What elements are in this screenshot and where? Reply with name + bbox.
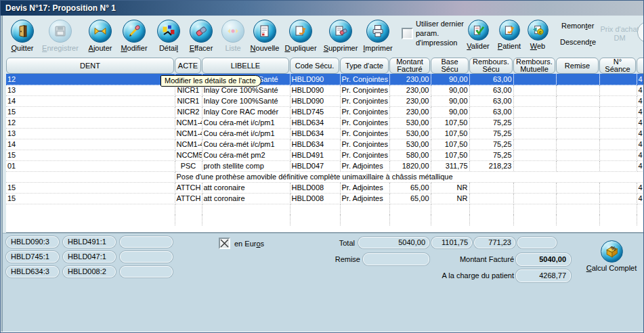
acte-row[interactable]: 15ATTCHatt coronaireHBLD008Pr. Adjointes… xyxy=(6,182,644,193)
list-icon xyxy=(221,20,244,43)
imprimer-button[interactable]: Imprimer xyxy=(358,20,398,52)
rembours-mutuelle-cell xyxy=(513,182,556,193)
rembours-secu-cell: 75,25 xyxy=(469,150,513,160)
x-mark-icon xyxy=(219,238,230,249)
type-acte-cell: Pr. Conjointes xyxy=(340,106,389,117)
a-cell: 4 xyxy=(637,182,644,193)
quitter-button[interactable]: Quitter xyxy=(2,20,43,52)
column-header-rembours-secu[interactable]: Rembours. Sécu xyxy=(469,58,513,74)
montant-facture-cell: 65,00 xyxy=(389,193,431,204)
a-cell: 4 xyxy=(637,193,644,204)
num-seance-cell xyxy=(599,74,637,85)
column-header-remise[interactable]: Remise xyxy=(556,58,599,74)
column-header-code-secu[interactable]: Code Sécu. xyxy=(290,58,339,74)
type-acte-cell: Pr. Conjointes xyxy=(340,128,389,139)
type-acte-cell: Pr. Conjointes xyxy=(340,150,389,160)
acte-cell: NCM1-4 xyxy=(175,139,202,150)
libelle-cell: proth stellite comp xyxy=(202,160,290,171)
acte-cell: NICR1 xyxy=(175,95,202,106)
acte-row[interactable]: 13NCM1-4Cou céra-mét i/c/pm1HBLD634Pr. C… xyxy=(6,128,644,139)
num-seance-cell xyxy=(599,106,637,117)
prix-achat-dm-label: Prix d'achat DM xyxy=(597,25,643,43)
code-secu-cell: HBLD008 xyxy=(290,182,340,193)
rembours-mutuelle-cell xyxy=(513,160,556,171)
dent-cell: 15 xyxy=(6,182,175,193)
description-row[interactable]: Pose d'une prothèse amovible définitive … xyxy=(6,171,644,182)
type-acte-cell: Pr. Adjointes xyxy=(340,182,389,193)
acte-row[interactable]: 12NICR1Inlay Core 100%SantéHBLD090Pr. Co… xyxy=(6,74,644,85)
column-header-libelle[interactable]: LIBELLE xyxy=(202,58,289,74)
montant-facture-cell: 65,00 xyxy=(389,182,431,193)
en-euros-checkbox[interactable] xyxy=(219,238,230,249)
window-title: Devis N°17: Proposition N° 1 xyxy=(1,3,116,13)
remonter-button[interactable]: Remonter xyxy=(561,22,594,30)
column-header-type-acte[interactable]: Type d'acte xyxy=(340,58,389,74)
a-cell: 4 xyxy=(637,150,644,160)
column-header-a[interactable]: A xyxy=(637,58,644,74)
montant-facture-cell: 1820,00 xyxy=(389,160,431,171)
acte-row[interactable]: 14NCM1-4Cou céra-mét i/c/pm1HBLD634Pr. C… xyxy=(6,139,644,150)
acte-cell: NICR2 xyxy=(175,106,202,117)
libelle-cell: Inlay Core RAC modér xyxy=(202,106,290,117)
patient-arrow-icon xyxy=(499,20,520,41)
empty-cell xyxy=(175,204,202,215)
web-button[interactable]: e Web xyxy=(517,20,558,50)
supprimer-label: Supprimer xyxy=(320,44,361,52)
acte-row[interactable]: 01PSCproth stellite compHBLD047Pr. Adjoi… xyxy=(6,160,644,171)
window-titlebar[interactable]: Devis N°17: Proposition N° 1 xyxy=(1,1,644,16)
empty-cell xyxy=(556,215,599,225)
nouvelle-button[interactable]: Nouvelle xyxy=(244,20,285,52)
column-header-base-secu[interactable]: Base Sécu xyxy=(431,58,469,74)
acte-cell: ATTCH xyxy=(175,182,202,193)
dent-cell: 14 xyxy=(6,139,175,150)
empty-cell xyxy=(431,215,469,225)
total-boxes: 5040,001101,75771,23 xyxy=(358,237,557,248)
base-secu-cell: 107,50 xyxy=(431,128,469,139)
remise-cell xyxy=(556,95,599,106)
acte-row[interactable]: 15ATTCHatt coronaireHBLD008Pr. Adjointes… xyxy=(6,193,644,204)
libelle-cell: Cou céra-mét i/c/pm1 xyxy=(202,139,290,150)
pencil-eraser-icon xyxy=(123,20,146,43)
column-header-rembours-mutuelle[interactable]: Rembours. Mutuelle xyxy=(513,58,555,74)
empty-cell xyxy=(175,215,202,225)
acte-row[interactable]: 15NICR2Inlay Core RAC modérHBLD745Pr. Co… xyxy=(6,106,644,117)
montant-facture-label: Montant Facturé xyxy=(409,255,514,263)
column-header-acte[interactable]: ACTE xyxy=(175,58,201,74)
charge-patient-value: 4268,77 xyxy=(516,269,571,282)
montant-facture-cell: 530,00 xyxy=(389,139,431,150)
code-secu-cell: HBLD008 xyxy=(290,193,340,204)
code-count-box xyxy=(120,251,173,263)
actes-table: 12NICR1Inlay Core 100%SantéHBLD090Pr. Co… xyxy=(6,74,644,233)
libelle-cell: Cou céra-mét pm2 xyxy=(202,150,290,160)
acte-row[interactable]: 15NCCM5Cou céra-mét pm2HBLD491Pr. Conjoi… xyxy=(6,150,644,160)
rembours-secu-cell: 218,23 xyxy=(469,160,513,171)
acte-cell: NCCM5 xyxy=(175,150,202,160)
rembours-secu-cell: 75,25 xyxy=(469,139,513,150)
acte-row[interactable]: 13NICR1Inlay Core 100%SantéHBLD090Pr. Co… xyxy=(6,85,644,95)
code-count-box: HBLD047:1 xyxy=(63,251,116,263)
base-secu-cell: NR xyxy=(431,182,469,193)
descendre-button[interactable]: Descendre xyxy=(560,38,596,46)
supprimer-button[interactable]: Supprimer xyxy=(320,20,361,52)
code-count-box: HBLD491:1 xyxy=(63,236,116,248)
acte-row[interactable]: 12NCM1-4Cou céra-mét i/c/pm1HBLD634Pr. C… xyxy=(6,117,644,128)
column-header-num-seance[interactable]: N° Séance xyxy=(599,58,636,74)
remise-cell xyxy=(556,160,599,171)
montant-facture-value: 5040,00 xyxy=(516,253,571,266)
column-header-dent[interactable]: DENT xyxy=(6,58,174,74)
delete-document-icon xyxy=(329,20,352,43)
empty-cell xyxy=(6,215,175,225)
empty-row xyxy=(6,215,644,225)
save-icon xyxy=(49,20,72,43)
acte-cell: NCM1-4 xyxy=(175,117,202,128)
use-last-print-params-checkbox[interactable] xyxy=(402,28,413,39)
column-header-montant-facture[interactable]: Montant Facturé xyxy=(389,58,430,74)
dupliquer-button[interactable]: Dupliquer xyxy=(280,20,321,52)
base-secu-cell: 90,00 xyxy=(431,95,469,106)
empty-cell xyxy=(469,215,513,225)
calcul-complet-button[interactable]: % Calcul Complet xyxy=(580,240,643,272)
type-acte-cell: Pr. Conjointes xyxy=(340,85,389,95)
acte-row[interactable]: 14NICR1Inlay Core 100%SantéHBLD090Pr. Co… xyxy=(6,95,644,106)
exit-door-icon xyxy=(11,20,34,43)
code-count-box xyxy=(120,266,173,278)
